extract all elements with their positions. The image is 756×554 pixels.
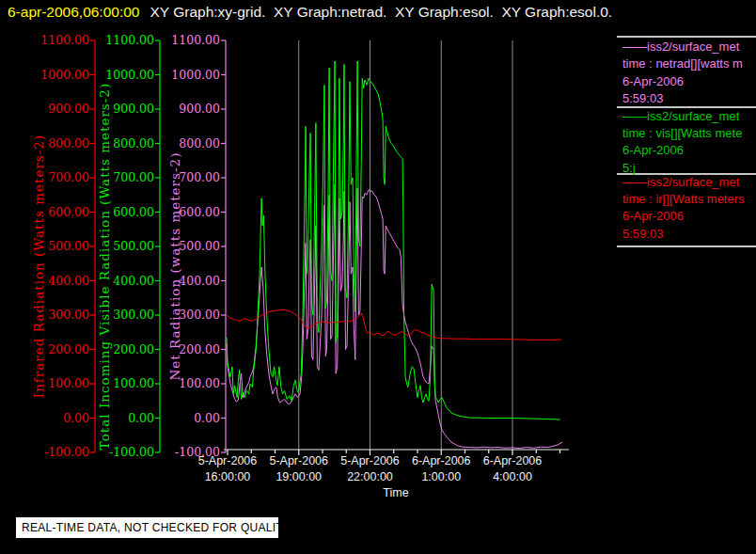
- legend-date-label: 6-Apr-2006: [622, 73, 756, 90]
- x-tick-time: 4:00:00: [465, 469, 559, 485]
- y-tick-label-visible: 1100.00: [98, 33, 154, 48]
- legend-entry-vis: ——iss2/surface_met time : vis[][Watts me…: [622, 108, 756, 178]
- y-axis-title-net: Net Radiation (watts meters-2): [166, 50, 183, 483]
- legend-separator: [617, 245, 756, 247]
- x-tick-date: 6-Apr-2006: [465, 453, 559, 469]
- legend-date-label: 6-Apr-2006: [622, 142, 756, 159]
- y-tick-label-infrared: 1100.00: [33, 33, 89, 48]
- legend-time-label: 5:59:03: [622, 226, 756, 243]
- net-radiation-line: [227, 184, 562, 448]
- legend-date-label: 6-Apr-2006: [622, 208, 756, 225]
- y-axis-title-visible: Total Incoming Visible Radiation (Watts …: [96, 50, 113, 483]
- legend-channel-label: time : vis[][Watts mete: [622, 125, 756, 142]
- legend-series-label: ——iss2/surface_met: [622, 39, 756, 55]
- quality-notice-text: REAL-TIME DATA, NOT CHECKED FOR QUALITY: [22, 521, 291, 534]
- x-tick-label: 6-Apr-20064:00:00: [465, 453, 559, 485]
- app-window: 6-apr-2006,06:00:00XY Graph:xy-grid. XY …: [0, 0, 756, 554]
- y-tick-label-net: 1100.00: [164, 33, 220, 48]
- legend-time-label: 5:59:03: [622, 90, 756, 107]
- infrared-radiation-line: [227, 310, 561, 340]
- legend-separator: [617, 36, 756, 38]
- legend-entry-ir: ——iss2/surface_met time : ir[][Watts met…: [622, 174, 756, 244]
- legend-channel-label: time : netrad[][watts m: [622, 55, 756, 72]
- legend-series-label: ——iss2/surface_met: [622, 174, 756, 191]
- legend-entry-netrad: ——iss2/surface_met time : netrad[][watts…: [622, 39, 756, 108]
- legend-series-label: ——iss2/surface_met: [622, 108, 756, 125]
- x-axis-title: Time: [358, 486, 433, 499]
- legend-channel-label: time : ir[][Watts meters: [622, 191, 756, 208]
- legend: ——iss2/surface_met time : netrad[][watts…: [617, 0, 756, 254]
- y-axis-title-infrared: Infrared Radiation (Watts meters-2): [30, 50, 47, 483]
- quality-notice: REAL-TIME DATA, NOT CHECKED FOR QUALITY: [16, 517, 278, 538]
